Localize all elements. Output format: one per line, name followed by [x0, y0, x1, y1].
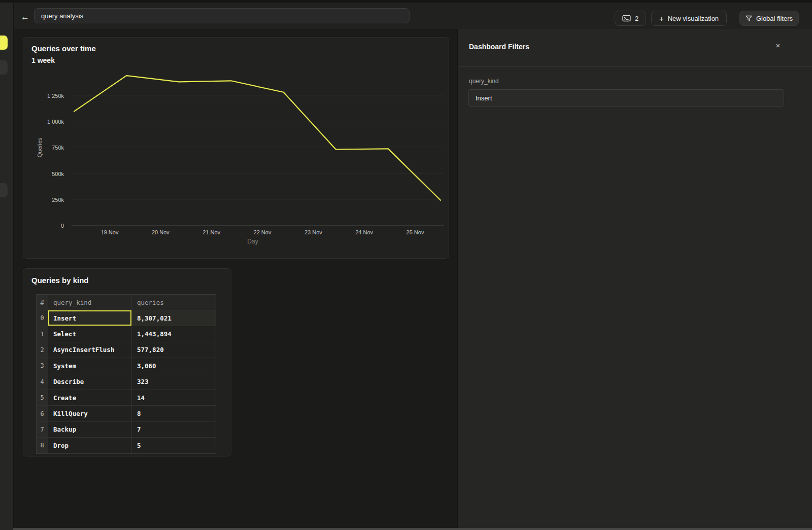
- queries-value-cell[interactable]: 1,443,894: [132, 326, 216, 341]
- table-header-row: # query_kind queries: [37, 295, 216, 310]
- global-filters-button[interactable]: Global filters: [739, 11, 799, 26]
- table-row: 1Select1,443,894: [37, 326, 216, 341]
- svg-text:25 Nov: 25 Nov: [407, 229, 424, 235]
- svg-text:0: 0: [61, 223, 64, 229]
- svg-text:24 Nov: 24 Nov: [355, 229, 373, 235]
- svg-text:21 Nov: 21 Nov: [202, 229, 220, 235]
- horizontal-scrollbar[interactable]: [13, 528, 812, 530]
- query-kind-cell[interactable]: Select: [48, 326, 132, 341]
- query-kind-filter-input[interactable]: [468, 89, 784, 107]
- row-index-cell: 0: [37, 310, 48, 326]
- row-index-cell: 5: [37, 390, 48, 405]
- row-index-cell: 1: [37, 326, 48, 341]
- row-index-cell: 6: [37, 406, 48, 421]
- table-row: 3System3,060: [37, 358, 216, 373]
- queries-value-cell[interactable]: 14: [132, 390, 216, 405]
- query-kind-cell[interactable]: System: [48, 358, 132, 373]
- dashboard-title-input[interactable]: [34, 8, 410, 23]
- queries-value-cell[interactable]: 577,820: [132, 342, 216, 358]
- query-kind-cell[interactable]: Backup: [48, 422, 132, 437]
- tab-count-label: 2: [635, 15, 638, 22]
- sidebar-item-active[interactable]: [0, 36, 8, 50]
- table-row: 6KillQuery8: [37, 405, 216, 421]
- row-index-cell: 4: [37, 374, 48, 390]
- header-queries: queries: [132, 295, 216, 310]
- svg-text:20 Nov: 20 Nov: [152, 229, 170, 235]
- topbar: ⟳ ← 2 + New visualization Global filters: [0, 3, 812, 29]
- dashboard-filters-panel: Dashboard Filters × query_kind: [457, 29, 812, 530]
- console-window-icon: [622, 15, 631, 22]
- queries-value-cell[interactable]: 5: [132, 438, 216, 453]
- svg-text:1 000k: 1 000k: [47, 119, 64, 125]
- queries-value-cell[interactable]: 323: [132, 374, 216, 390]
- svg-text:19 Nov: 19 Nov: [101, 229, 119, 235]
- back-button[interactable]: ←: [21, 12, 29, 22]
- svg-text:250k: 250k: [52, 197, 64, 203]
- table-title: Queries by kind: [31, 276, 89, 285]
- sidebar-item[interactable]: [0, 60, 8, 75]
- queries-over-time-card: Queries over time 1 week 0250k500k750k1 …: [23, 37, 449, 259]
- queries-value-cell[interactable]: 8: [132, 406, 216, 421]
- row-index-cell: 3: [37, 358, 48, 373]
- table-row: 4Describe323: [37, 374, 216, 390]
- svg-text:Day: Day: [247, 238, 258, 245]
- queries-value-cell[interactable]: 7: [132, 422, 216, 437]
- left-sidebar: [0, 3, 14, 530]
- queries-by-kind-card: Queries by kind # query_kind queries 0In…: [23, 268, 231, 456]
- global-filters-label: Global filters: [756, 15, 793, 22]
- svg-text:1 250k: 1 250k: [47, 93, 64, 99]
- query-kind-cell[interactable]: Create: [48, 390, 132, 405]
- row-index-cell: 7: [37, 422, 48, 437]
- svg-text:23 Nov: 23 Nov: [304, 229, 322, 235]
- header-query-kind: query_kind: [48, 295, 132, 310]
- svg-text:500k: 500k: [52, 171, 64, 177]
- svg-text:750k: 750k: [52, 145, 64, 151]
- new-visualization-label: New visualization: [668, 15, 719, 22]
- header-index: #: [37, 295, 48, 310]
- row-index-cell: 8: [37, 438, 48, 453]
- table-row: 8Drop5: [37, 437, 216, 453]
- query-kind-cell[interactable]: Drop: [48, 438, 132, 453]
- query-kind-cell[interactable]: Describe: [48, 374, 132, 390]
- queries-table-body: 0Insert8,307,0211Select1,443,8942AsyncIn…: [37, 310, 216, 453]
- tab-count-button[interactable]: 2: [615, 11, 646, 26]
- panel-divider: [458, 66, 812, 67]
- new-visualization-button[interactable]: + New visualization: [651, 11, 727, 26]
- queries-chart-svg: 0250k500k750k1 000k1 250k19 Nov20 Nov21 …: [23, 38, 449, 258]
- sidebar-item[interactable]: [0, 183, 8, 197]
- queries-table: # query_kind queries 0Insert8,307,0211Se…: [36, 294, 216, 454]
- table-row: 2AsyncInsertFlush577,820: [37, 342, 216, 358]
- svg-text:Queries: Queries: [37, 137, 43, 157]
- query-kind-cell[interactable]: KillQuery: [48, 406, 132, 421]
- table-row: 5Create14: [37, 390, 216, 405]
- query-kind-cell[interactable]: AsyncInsertFlush: [48, 342, 132, 358]
- filters-panel-title: Dashboard Filters: [469, 43, 529, 51]
- query-kind-cell[interactable]: Insert: [48, 310, 132, 326]
- queries-value-cell[interactable]: 3,060: [132, 358, 216, 373]
- close-icon[interactable]: ×: [774, 42, 782, 50]
- table-row: 0Insert8,307,021: [37, 310, 216, 326]
- filter-label: query_kind: [469, 78, 499, 85]
- svg-text:22 Nov: 22 Nov: [254, 229, 272, 235]
- funnel-icon: [746, 15, 752, 22]
- table-row: 7Backup7: [37, 421, 216, 437]
- plus-icon: +: [659, 15, 664, 22]
- queries-value-cell[interactable]: 8,307,021: [132, 310, 216, 326]
- row-index-cell: 2: [37, 342, 48, 358]
